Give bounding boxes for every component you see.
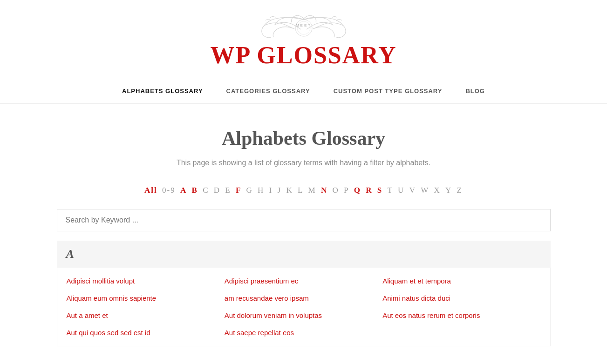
- term-am-recusandae[interactable]: am recusandae vero ipsam: [225, 290, 382, 307]
- filter-p[interactable]: P: [344, 186, 349, 195]
- page-description: This page is showing a list of glossary …: [57, 159, 551, 167]
- filter-a[interactable]: A: [180, 186, 187, 195]
- filter-w[interactable]: W: [421, 186, 429, 195]
- page-title: Alphabets Glossary: [57, 127, 551, 149]
- filter-y[interactable]: Y: [445, 186, 452, 195]
- filter-d[interactable]: D: [214, 186, 220, 195]
- term-aut-saepe[interactable]: Aut saepe repellat eos: [225, 324, 382, 341]
- filter-g[interactable]: G: [246, 186, 253, 195]
- nav-categories-glossary[interactable]: CATEGORIES GLOSSARY: [226, 88, 310, 94]
- filter-i[interactable]: I: [269, 186, 273, 195]
- nav-custom-post-type-glossary[interactable]: CUSTOM POST TYPE GLOSSARY: [334, 88, 443, 94]
- filter-s[interactable]: S: [377, 186, 382, 195]
- main-nav: ALPHABETS GLOSSARY CATEGORIES GLOSSARY C…: [0, 78, 607, 104]
- svg-text:MEET: MEET: [295, 23, 311, 27]
- filter-z[interactable]: Z: [457, 186, 463, 195]
- main-content: Alphabets Glossary This page is showing …: [29, 104, 579, 364]
- filter-j[interactable]: J: [278, 186, 282, 195]
- filter-b[interactable]: B: [192, 186, 198, 195]
- filter-u[interactable]: U: [398, 186, 404, 195]
- filter-t[interactable]: T: [387, 186, 393, 195]
- filter-x[interactable]: X: [434, 186, 440, 195]
- section-header-a: A: [57, 241, 551, 268]
- term-aliquam-eum[interactable]: Aliquam eum omnis sapiente: [67, 290, 225, 307]
- term-aliquam-et[interactable]: Aliquam et et tempora: [382, 272, 540, 290]
- filter-e[interactable]: E: [225, 186, 231, 195]
- terms-grid-a: Adipisci mollitia volupt Adipisci praese…: [57, 268, 551, 346]
- filter-r[interactable]: R: [366, 186, 372, 195]
- alphabet-filter: All 0-9 A B C D E F G H I J K L M N O P …: [57, 186, 551, 195]
- filter-m[interactable]: M: [308, 186, 316, 195]
- term-aut-dolorum[interactable]: Aut dolorum veniam in voluptas: [225, 307, 382, 324]
- section-a: A Adipisci mollitia volupt Adipisci prae…: [57, 241, 551, 346]
- filter-n[interactable]: N: [321, 186, 327, 195]
- nav-alphabets-glossary[interactable]: ALPHABETS GLOSSARY: [122, 88, 203, 94]
- filter-k[interactable]: K: [286, 186, 293, 195]
- filter-h[interactable]: H: [258, 186, 264, 195]
- term-aut-eos-natus[interactable]: Aut eos natus rerum et corporis: [382, 307, 540, 324]
- term-aut-qui-quos[interactable]: Aut qui quos sed sed est id: [67, 324, 225, 341]
- filter-o[interactable]: O: [332, 186, 339, 195]
- search-input[interactable]: [57, 209, 551, 231]
- filter-c[interactable]: C: [203, 186, 209, 195]
- term-adipisci-praesentium[interactable]: Adipisci praesentium ec: [225, 272, 382, 290]
- term-aut-a-amet[interactable]: Aut a amet et: [67, 307, 225, 324]
- filter-09[interactable]: 0-9: [162, 186, 176, 195]
- svg-point-0: [295, 20, 312, 36]
- filter-all[interactable]: All: [144, 186, 157, 195]
- filter-f[interactable]: F: [236, 186, 241, 195]
- filter-v[interactable]: V: [409, 186, 416, 195]
- nav-blog[interactable]: BLOG: [465, 88, 485, 94]
- filter-l[interactable]: L: [298, 186, 303, 195]
- filter-q[interactable]: Q: [354, 186, 361, 195]
- term-adipisci-mollitia[interactable]: Adipisci mollitia volupt: [67, 272, 225, 290]
- term-animi-natus[interactable]: Animi natus dicta duci: [382, 290, 540, 307]
- logo-ornament-icon: MEET: [239, 14, 369, 42]
- logo-text: WP GLOSSARY: [9, 42, 598, 68]
- section-letter-a: A: [66, 247, 74, 261]
- site-header: MEET WP GLOSSARY: [0, 0, 607, 78]
